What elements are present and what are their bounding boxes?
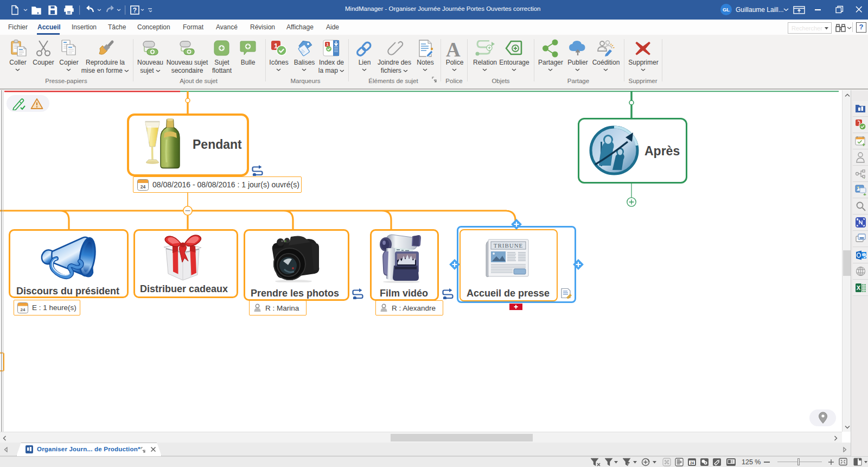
svg-text:1: 1 xyxy=(326,42,328,47)
svg-text:X: X xyxy=(857,285,861,291)
svg-text:TRIBUNE: TRIBUNE xyxy=(494,242,524,249)
svg-text:24: 24 xyxy=(690,461,694,465)
svg-text:24: 24 xyxy=(21,307,25,312)
svg-text:?: ? xyxy=(133,7,137,14)
svg-text:24: 24 xyxy=(141,184,146,190)
